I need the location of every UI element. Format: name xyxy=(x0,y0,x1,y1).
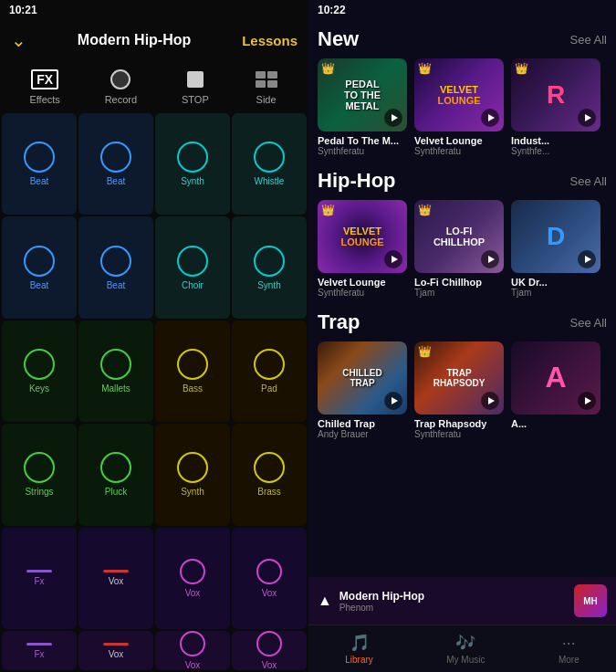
card-subtitle: Synthfe... xyxy=(511,146,600,156)
new-see-all[interactable]: See All xyxy=(570,33,607,47)
player-bar[interactable]: ▲ Modern Hip-Hop Phenom MH xyxy=(308,577,616,625)
pad-label: Choir xyxy=(182,280,204,290)
pad-vox-2[interactable]: Vox xyxy=(155,528,230,629)
card-thumbnail: CHILLEDTRAP xyxy=(318,341,407,415)
pad-vox-6[interactable]: Vox xyxy=(232,631,307,670)
pad-beat-2[interactable]: Beat xyxy=(78,113,153,215)
pad-synth-1[interactable]: Synth xyxy=(155,113,230,215)
pad-label: Vox xyxy=(185,660,201,670)
play-button[interactable] xyxy=(481,250,499,268)
pad-synth-3[interactable]: Synth xyxy=(155,424,230,525)
pad-label: Fx xyxy=(34,576,44,586)
pad-grid: Beat Beat Synth Whistle Beat Beat Choir xyxy=(0,111,308,672)
pad-vox-4[interactable]: Vox xyxy=(78,631,153,670)
pad-label: Vox xyxy=(185,588,201,598)
play-button[interactable] xyxy=(578,109,596,127)
pad-label: Vox xyxy=(262,660,277,670)
stop-button[interactable]: STOP xyxy=(182,67,209,105)
nav-my-music[interactable]: 🎶 My Music xyxy=(446,633,485,665)
pad-ring xyxy=(177,142,208,173)
library-label: Library xyxy=(345,655,373,665)
pad-label: Whistle xyxy=(255,176,285,186)
play-button[interactable] xyxy=(384,392,402,410)
play-button[interactable] xyxy=(384,250,402,268)
fx-line-icon xyxy=(26,570,52,572)
card-overlay-text: R xyxy=(547,81,565,110)
trap-section-header: Trap See All xyxy=(318,310,607,334)
pad-ring xyxy=(177,452,208,483)
pad-ring xyxy=(24,246,55,277)
pad-beat-3[interactable]: Beat xyxy=(2,216,77,318)
pad-mallets[interactable]: Mallets xyxy=(78,320,153,422)
left-header: ⌄ Modern Hip-Hop Lessons xyxy=(0,20,308,60)
card-a[interactable]: A A... xyxy=(511,341,600,439)
fx-line-icon xyxy=(26,643,52,646)
pad-beat-4[interactable]: Beat xyxy=(78,216,153,318)
dropdown-arrow-icon[interactable]: ⌄ xyxy=(11,29,26,51)
card-velvet-new[interactable]: 👑 VELVETLOUNGE Velvet Lounge Synthferatu xyxy=(414,58,504,156)
toolbar: FX Effects Record STOP xyxy=(0,60,308,111)
my-music-label: My Music xyxy=(446,655,485,665)
pad-whistle[interactable]: Whistle xyxy=(232,113,307,215)
pad-label: Beat xyxy=(107,176,126,186)
pad-fx-2[interactable]: Fx xyxy=(2,631,77,670)
pad-vox-1[interactable]: Vox xyxy=(78,528,153,629)
pad-vox-3[interactable]: Vox xyxy=(232,528,307,629)
pad-strings[interactable]: Strings xyxy=(2,424,77,525)
card-indus[interactable]: 👑 R Indust... Synthfe... xyxy=(511,58,600,156)
pad-label: Vox xyxy=(262,588,277,598)
pad-pad[interactable]: Pad xyxy=(232,320,307,422)
nav-more[interactable]: ··· More xyxy=(559,634,579,665)
side-button[interactable]: Side xyxy=(254,67,279,105)
hiphop-see-all[interactable]: See All xyxy=(570,174,607,188)
right-panel: 10:22 New See All 👑 PEDALTO THEMETAL Ped… xyxy=(308,0,616,672)
pad-label: Brass xyxy=(257,487,281,497)
effects-label: Effects xyxy=(29,94,59,105)
trap-see-all[interactable]: See All xyxy=(570,316,607,330)
record-button[interactable]: Record xyxy=(105,67,137,105)
trap-section-title: Trap xyxy=(318,310,360,334)
card-trap-rhap[interactable]: 👑 TRAPRHAPSODY Trap Rhapsody Synthferatu xyxy=(414,341,504,439)
card-title: UK Dr... xyxy=(511,277,600,288)
play-button[interactable] xyxy=(578,250,596,268)
lessons-button[interactable]: Lessons xyxy=(242,33,298,48)
nav-library[interactable]: 🎵 Library xyxy=(345,633,373,665)
pad-label: Synth xyxy=(181,176,204,186)
card-pedal[interactable]: 👑 PEDALTO THEMETAL Pedal To The M... Syn… xyxy=(318,58,407,156)
pad-keys[interactable]: Keys xyxy=(2,320,77,422)
crown-icon: 👑 xyxy=(321,62,335,75)
card-subtitle: Synthferatu xyxy=(414,146,504,156)
pad-beat-1[interactable]: Beat xyxy=(2,113,77,215)
pad-label: Beat xyxy=(30,280,49,290)
pad-choir[interactable]: Choir xyxy=(155,216,230,318)
pad-bass[interactable]: Bass xyxy=(155,320,230,422)
card-subtitle: Andy Brauer xyxy=(318,429,407,439)
pad-synth-2[interactable]: Synth xyxy=(232,216,307,318)
pad-ring xyxy=(254,349,285,380)
play-button[interactable] xyxy=(384,109,402,127)
pad-brass[interactable]: Brass xyxy=(232,424,307,525)
pad-ring xyxy=(24,349,55,380)
play-button[interactable] xyxy=(578,392,596,410)
effects-button[interactable]: FX Effects xyxy=(29,67,59,105)
player-up-arrow-icon[interactable]: ▲ xyxy=(318,593,332,609)
pad-fx-1[interactable]: Fx xyxy=(2,528,77,629)
pad-ring xyxy=(254,246,285,277)
card-chilled[interactable]: CHILLEDTRAP Chilled Trap Andy Brauer xyxy=(318,341,407,439)
pad-vox-5[interactable]: Vox xyxy=(155,631,230,670)
player-info: Modern Hip-Hop Phenom xyxy=(339,590,567,613)
card-ukdr[interactable]: D UK Dr... Tjam xyxy=(511,200,600,298)
fx-line-icon xyxy=(103,570,129,572)
side-label: Side xyxy=(256,94,277,105)
stop-label: STOP xyxy=(182,94,209,105)
card-lofi[interactable]: 👑 LO-FICHILLHOP Lo-Fi Chillhop Tjam xyxy=(414,200,504,298)
card-overlay-text: D xyxy=(547,223,565,251)
card-overlay-text: A xyxy=(545,362,566,394)
play-button[interactable] xyxy=(481,109,499,127)
pad-pluck[interactable]: Pluck xyxy=(78,424,153,525)
play-button[interactable] xyxy=(481,392,499,410)
hiphop-cards-row: 👑 VELVETLOUNGE Velvet Lounge Synthferatu… xyxy=(318,200,607,298)
pad-label: Keys xyxy=(29,383,49,394)
card-overlay-text: PEDALTO THEMETAL xyxy=(344,79,381,111)
card-velvet-hip[interactable]: 👑 VELVETLOUNGE Velvet Lounge Synthferatu xyxy=(318,200,407,298)
